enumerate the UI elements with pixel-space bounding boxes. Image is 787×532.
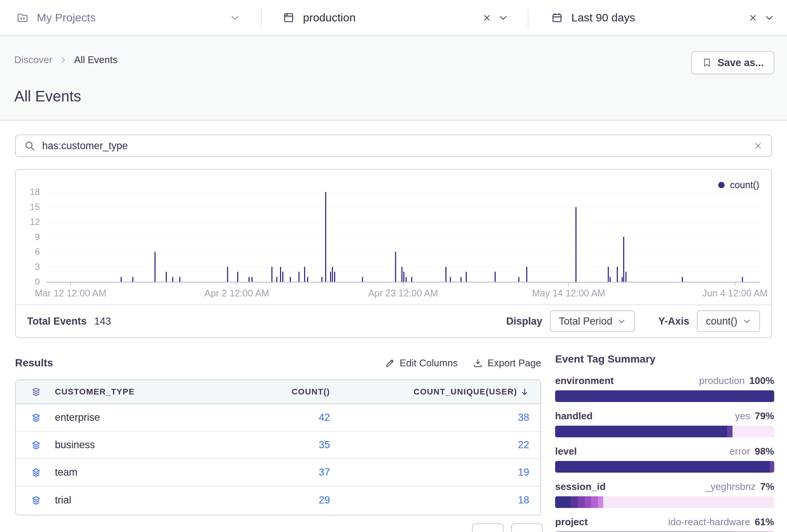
- cell-count-unique[interactable]: 22: [330, 439, 529, 451]
- search-icon: [24, 140, 35, 151]
- cell-count[interactable]: 37: [217, 467, 330, 478]
- y-axis-select[interactable]: count(): [697, 310, 760, 332]
- chart-bar[interactable]: [298, 272, 300, 282]
- tag-bar-segment[interactable]: [770, 461, 774, 473]
- chevron-down-icon[interactable]: [230, 13, 240, 23]
- stack-icon[interactable]: [31, 467, 41, 478]
- tag-bar-segment[interactable]: [733, 426, 774, 437]
- chart-bar[interactable]: [742, 277, 743, 282]
- clear-environment-icon[interactable]: [482, 13, 492, 23]
- export-page-button[interactable]: Export Page: [473, 357, 541, 369]
- previous-page-button[interactable]: [472, 523, 504, 532]
- chart-bar[interactable]: [466, 272, 467, 282]
- cell-count[interactable]: 35: [217, 439, 330, 451]
- chart-bar[interactable]: [608, 267, 609, 282]
- chart-bar[interactable]: [334, 272, 335, 282]
- save-as-button[interactable]: Save as...: [691, 51, 774, 74]
- chart-bar[interactable]: [330, 272, 331, 282]
- chart-bar[interactable]: [237, 272, 238, 282]
- tag-bar-segment[interactable]: [555, 426, 727, 437]
- tag-bar-segment[interactable]: [603, 496, 774, 508]
- column-header-customer-type[interactable]: CUSTOMER_TYPE: [55, 387, 135, 397]
- tag-distribution-bar[interactable]: [555, 390, 774, 402]
- tag-distribution-bar[interactable]: [555, 461, 774, 473]
- chart-bar[interactable]: [450, 277, 451, 282]
- tag-bar-segment[interactable]: [555, 461, 770, 473]
- download-icon: [473, 358, 483, 368]
- search-clear-icon[interactable]: [753, 141, 763, 151]
- stack-icon[interactable]: [31, 495, 41, 506]
- chart-bar[interactable]: [610, 277, 611, 282]
- tag-distribution-bar[interactable]: [555, 496, 774, 508]
- chart-bar[interactable]: [271, 267, 272, 282]
- chart-bar[interactable]: [304, 267, 305, 282]
- edit-columns-button[interactable]: Edit Columns: [385, 357, 458, 369]
- chart-bar[interactable]: [395, 252, 396, 282]
- stack-icon[interactable]: [31, 440, 41, 450]
- display-select[interactable]: Total Period: [550, 310, 635, 332]
- chart-bar[interactable]: [406, 277, 407, 282]
- chart-bar[interactable]: [290, 277, 291, 282]
- tag-bar-segment[interactable]: [585, 496, 591, 508]
- chart-bar[interactable]: [121, 277, 122, 282]
- cell-count-unique[interactable]: 18: [330, 494, 529, 506]
- chart-bar[interactable]: [172, 277, 173, 282]
- stack-icon[interactable]: [31, 413, 41, 423]
- chart-bar[interactable]: [460, 277, 462, 282]
- project-selector[interactable]: My Projects: [0, 0, 261, 35]
- date-range-selector[interactable]: Last 90 days: [528, 0, 787, 35]
- chart-bar[interactable]: [280, 267, 281, 282]
- chart-bar[interactable]: [227, 267, 228, 282]
- chart-bar[interactable]: [132, 277, 133, 282]
- cell-count[interactable]: 42: [217, 412, 330, 423]
- chart-bar[interactable]: [495, 272, 496, 282]
- chart-bar[interactable]: [251, 277, 253, 282]
- cell-count-unique[interactable]: 19: [330, 467, 529, 478]
- environment-selector[interactable]: production: [262, 0, 528, 35]
- search-input[interactable]: has:customer_type: [42, 140, 753, 152]
- chart-bar[interactable]: [362, 277, 363, 282]
- tag-bar-segment[interactable]: [591, 496, 598, 508]
- chart-bar[interactable]: [625, 272, 627, 282]
- chart-bar[interactable]: [623, 237, 624, 282]
- search-bar[interactable]: has:customer_type: [15, 135, 772, 157]
- chart-bar[interactable]: [401, 267, 403, 282]
- chart-bar[interactable]: [154, 252, 156, 282]
- clear-date-icon[interactable]: [748, 13, 758, 23]
- chart-bar[interactable]: [445, 267, 446, 282]
- tag-bar-segment[interactable]: [578, 496, 584, 508]
- chart-bar[interactable]: [276, 277, 277, 282]
- chart-bar[interactable]: [617, 267, 618, 282]
- chart-bar[interactable]: [282, 272, 283, 282]
- chart-bar[interactable]: [575, 207, 577, 282]
- cell-count[interactable]: 29: [217, 494, 330, 506]
- chart-bar[interactable]: [248, 277, 250, 282]
- tag-bar-segment[interactable]: [571, 496, 578, 508]
- next-page-button[interactable]: [511, 523, 543, 532]
- chart-bar[interactable]: [307, 277, 308, 282]
- events-chart-panel: 0369121518 Mar 12 12:00 AMApr 2 12:00 AM…: [15, 169, 772, 338]
- column-header-count[interactable]: COUNT(): [217, 387, 330, 397]
- chart-bar[interactable]: [682, 277, 683, 282]
- tag-bar-segment[interactable]: [555, 390, 774, 402]
- stack-icon[interactable]: [31, 387, 41, 397]
- cell-count-unique[interactable]: 38: [330, 412, 529, 423]
- chevron-down-icon[interactable]: [764, 13, 774, 23]
- chart-bar[interactable]: [166, 272, 167, 282]
- tag-bar-segment[interactable]: [727, 426, 733, 437]
- tag-distribution-bar[interactable]: [555, 426, 774, 437]
- tag-bar-segment[interactable]: [555, 496, 571, 508]
- chart-bar[interactable]: [179, 277, 180, 282]
- chart-bar[interactable]: [325, 192, 326, 282]
- chart-bar[interactable]: [526, 267, 527, 282]
- chart-bar[interactable]: [622, 277, 623, 282]
- chart-bar[interactable]: [518, 277, 519, 282]
- chevron-down-icon[interactable]: [498, 13, 508, 23]
- chart-bar[interactable]: [321, 277, 322, 282]
- chart-bar[interactable]: [403, 272, 404, 282]
- column-header-count-unique[interactable]: COUNT_UNIQUE(USER): [330, 387, 529, 397]
- chart-bar[interactable]: [332, 267, 333, 282]
- breadcrumb-discover-link[interactable]: Discover: [14, 54, 52, 66]
- chart-bar[interactable]: [411, 277, 412, 282]
- tag-bar-segment[interactable]: [598, 496, 604, 508]
